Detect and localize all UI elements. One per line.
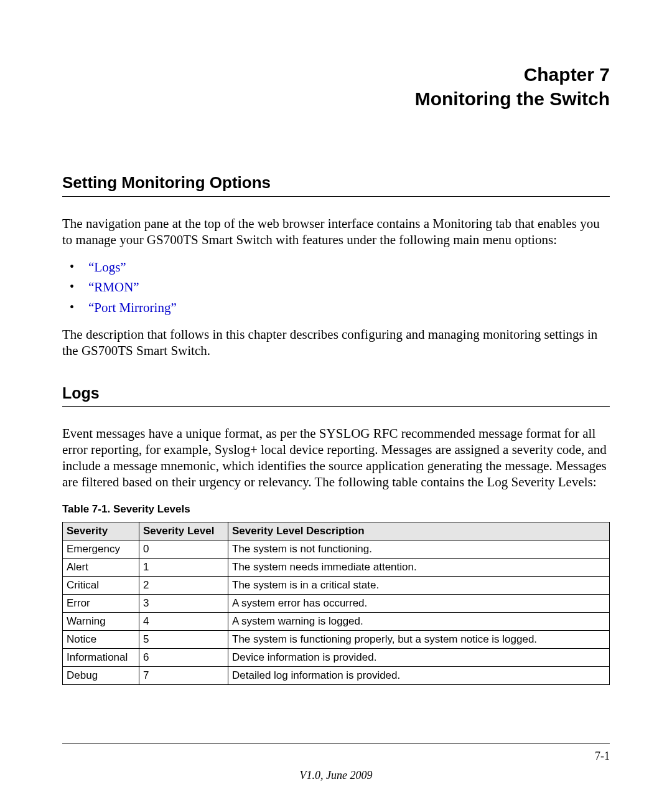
severity-table: Severity Severity Level Severity Level D…: [62, 522, 610, 685]
cell-description: The system needs immediate attention.: [228, 558, 610, 576]
table-caption: Table 7-1. Severity Levels: [62, 503, 610, 516]
cell-description: A system warning is logged.: [228, 612, 610, 630]
cell-level: 3: [139, 594, 228, 612]
chapter-name: Monitoring the Switch: [62, 87, 610, 111]
header-level: Severity Level: [139, 522, 228, 540]
logs-link[interactable]: “Logs”: [88, 260, 126, 275]
section-title: Setting Monitoring Options: [62, 173, 610, 197]
logs-intro: Event messages have a unique format, as …: [62, 425, 610, 491]
cell-severity: Alert: [63, 558, 139, 576]
cell-severity: Emergency: [63, 540, 139, 558]
section-intro: The navigation pane at the top of the we…: [62, 215, 610, 248]
cell-description: The system is not functioning.: [228, 540, 610, 558]
list-item: “Logs”: [70, 257, 610, 278]
cell-severity: Warning: [63, 612, 139, 630]
cell-description: Device information is provided.: [228, 648, 610, 666]
page-number: 7-1: [62, 750, 610, 763]
cell-level: 1: [139, 558, 228, 576]
cell-level: 2: [139, 576, 228, 594]
cell-severity: Error: [63, 594, 139, 612]
cell-level: 4: [139, 612, 228, 630]
table-row: Informational 6 Device information is pr…: [63, 648, 610, 666]
cell-description: Detailed log information is provided.: [228, 666, 610, 684]
table-row: Emergency 0 The system is not functionin…: [63, 540, 610, 558]
cell-severity: Critical: [63, 576, 139, 594]
page-footer: 7-1 V1.0, June 2009: [62, 743, 610, 782]
section-outro: The description that follows in this cha…: [62, 326, 610, 359]
cell-severity: Informational: [63, 648, 139, 666]
chapter-number: Chapter 7: [62, 62, 610, 87]
cell-description: The system is functioning properly, but …: [228, 630, 610, 648]
port-mirroring-link[interactable]: “Port Mirroring”: [88, 300, 177, 315]
table-row: Error 3 A system error has occurred.: [63, 594, 610, 612]
cell-level: 6: [139, 648, 228, 666]
table-row: Alert 1 The system needs immediate atten…: [63, 558, 610, 576]
cell-description: The system is in a critical state.: [228, 576, 610, 594]
table-row: Notice 5 The system is functioning prope…: [63, 630, 610, 648]
table-header-row: Severity Severity Level Severity Level D…: [63, 522, 610, 540]
chapter-title: Chapter 7 Monitoring the Switch: [62, 62, 610, 111]
table-row: Debug 7 Detailed log information is prov…: [63, 666, 610, 684]
cell-level: 5: [139, 630, 228, 648]
cell-level: 7: [139, 666, 228, 684]
rmon-link[interactable]: “RMON”: [88, 280, 139, 295]
table-row: Warning 4 A system warning is logged.: [63, 612, 610, 630]
menu-links-list: “Logs” “RMON” “Port Mirroring”: [62, 257, 610, 318]
logs-heading: Logs: [62, 384, 610, 407]
cell-level: 0: [139, 540, 228, 558]
document-page: Chapter 7 Monitoring the Switch Setting …: [0, 0, 672, 807]
cell-severity: Notice: [63, 630, 139, 648]
table-row: Critical 2 The system is in a critical s…: [63, 576, 610, 594]
list-item: “RMON”: [70, 277, 610, 298]
header-description: Severity Level Description: [228, 522, 610, 540]
header-severity: Severity: [63, 522, 139, 540]
cell-severity: Debug: [63, 666, 139, 684]
cell-description: A system error has occurred.: [228, 594, 610, 612]
list-item: “Port Mirroring”: [70, 298, 610, 318]
version-text: V1.0, June 2009: [62, 769, 610, 782]
